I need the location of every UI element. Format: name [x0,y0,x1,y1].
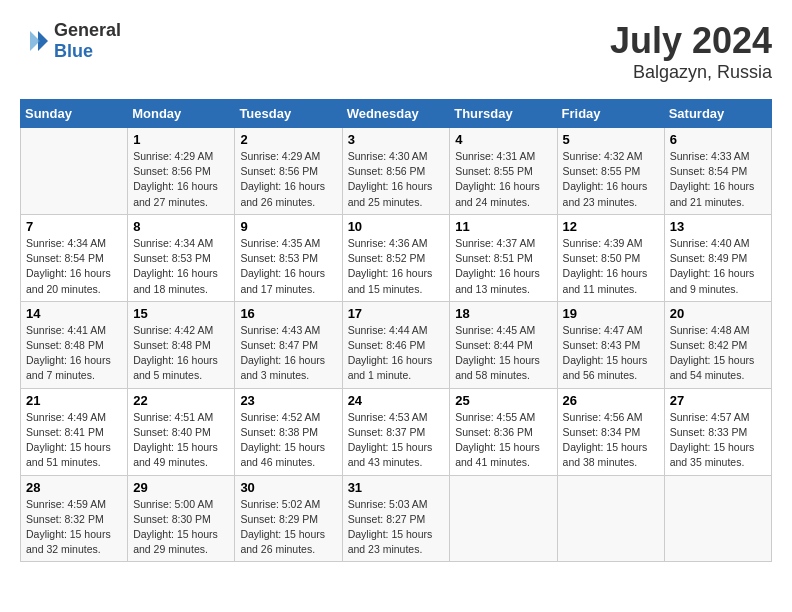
day-number: 20 [670,306,766,321]
day-of-week-header: Saturday [664,100,771,128]
day-info: Sunrise: 4:57 AMSunset: 8:33 PMDaylight:… [670,410,766,471]
calendar-day-cell [21,128,128,215]
month-year-title: July 2024 [610,20,772,62]
day-of-week-header: Sunday [21,100,128,128]
calendar-day-cell: 13Sunrise: 4:40 AMSunset: 8:49 PMDayligh… [664,214,771,301]
calendar-day-cell: 14Sunrise: 4:41 AMSunset: 8:48 PMDayligh… [21,301,128,388]
calendar-day-cell: 6Sunrise: 4:33 AMSunset: 8:54 PMDaylight… [664,128,771,215]
day-number: 12 [563,219,659,234]
calendar-day-cell: 24Sunrise: 4:53 AMSunset: 8:37 PMDayligh… [342,388,450,475]
day-number: 1 [133,132,229,147]
day-info: Sunrise: 4:32 AMSunset: 8:55 PMDaylight:… [563,149,659,210]
day-of-week-header: Tuesday [235,100,342,128]
day-number: 6 [670,132,766,147]
day-number: 5 [563,132,659,147]
day-number: 11 [455,219,551,234]
day-info: Sunrise: 4:35 AMSunset: 8:53 PMDaylight:… [240,236,336,297]
day-info: Sunrise: 4:43 AMSunset: 8:47 PMDaylight:… [240,323,336,384]
day-number: 7 [26,219,122,234]
day-number: 24 [348,393,445,408]
calendar-day-cell [664,475,771,562]
day-info: Sunrise: 4:40 AMSunset: 8:49 PMDaylight:… [670,236,766,297]
day-number: 25 [455,393,551,408]
calendar-table: SundayMondayTuesdayWednesdayThursdayFrid… [20,99,772,562]
day-info: Sunrise: 4:59 AMSunset: 8:32 PMDaylight:… [26,497,122,558]
calendar-day-cell: 1Sunrise: 4:29 AMSunset: 8:56 PMDaylight… [128,128,235,215]
calendar-day-cell: 10Sunrise: 4:36 AMSunset: 8:52 PMDayligh… [342,214,450,301]
day-number: 30 [240,480,336,495]
calendar-header-row: SundayMondayTuesdayWednesdayThursdayFrid… [21,100,772,128]
calendar-day-cell: 28Sunrise: 4:59 AMSunset: 8:32 PMDayligh… [21,475,128,562]
day-number: 4 [455,132,551,147]
day-info: Sunrise: 4:36 AMSunset: 8:52 PMDaylight:… [348,236,445,297]
day-number: 3 [348,132,445,147]
day-number: 31 [348,480,445,495]
day-info: Sunrise: 4:51 AMSunset: 8:40 PMDaylight:… [133,410,229,471]
day-info: Sunrise: 4:37 AMSunset: 8:51 PMDaylight:… [455,236,551,297]
day-number: 10 [348,219,445,234]
calendar-day-cell [450,475,557,562]
calendar-week-row: 1Sunrise: 4:29 AMSunset: 8:56 PMDaylight… [21,128,772,215]
calendar-day-cell: 7Sunrise: 4:34 AMSunset: 8:54 PMDaylight… [21,214,128,301]
day-of-week-header: Wednesday [342,100,450,128]
calendar-day-cell: 12Sunrise: 4:39 AMSunset: 8:50 PMDayligh… [557,214,664,301]
calendar-day-cell: 11Sunrise: 4:37 AMSunset: 8:51 PMDayligh… [450,214,557,301]
day-number: 13 [670,219,766,234]
day-number: 23 [240,393,336,408]
day-info: Sunrise: 4:34 AMSunset: 8:53 PMDaylight:… [133,236,229,297]
day-number: 14 [26,306,122,321]
calendar-week-row: 21Sunrise: 4:49 AMSunset: 8:41 PMDayligh… [21,388,772,475]
day-info: Sunrise: 4:52 AMSunset: 8:38 PMDaylight:… [240,410,336,471]
day-info: Sunrise: 4:45 AMSunset: 8:44 PMDaylight:… [455,323,551,384]
day-info: Sunrise: 5:02 AMSunset: 8:29 PMDaylight:… [240,497,336,558]
day-of-week-header: Friday [557,100,664,128]
day-number: 16 [240,306,336,321]
day-number: 2 [240,132,336,147]
day-number: 18 [455,306,551,321]
calendar-day-cell: 5Sunrise: 4:32 AMSunset: 8:55 PMDaylight… [557,128,664,215]
logo-icon [20,29,50,53]
calendar-day-cell: 19Sunrise: 4:47 AMSunset: 8:43 PMDayligh… [557,301,664,388]
day-number: 21 [26,393,122,408]
page-header: General Blue July 2024 Balgazyn, Russia [20,20,772,83]
calendar-day-cell: 23Sunrise: 4:52 AMSunset: 8:38 PMDayligh… [235,388,342,475]
logo-general: General [54,20,121,40]
calendar-day-cell: 22Sunrise: 4:51 AMSunset: 8:40 PMDayligh… [128,388,235,475]
day-info: Sunrise: 4:33 AMSunset: 8:54 PMDaylight:… [670,149,766,210]
day-number: 22 [133,393,229,408]
day-number: 27 [670,393,766,408]
calendar-day-cell: 16Sunrise: 4:43 AMSunset: 8:47 PMDayligh… [235,301,342,388]
day-number: 8 [133,219,229,234]
calendar-day-cell: 29Sunrise: 5:00 AMSunset: 8:30 PMDayligh… [128,475,235,562]
calendar-day-cell [557,475,664,562]
day-info: Sunrise: 4:41 AMSunset: 8:48 PMDaylight:… [26,323,122,384]
day-info: Sunrise: 4:48 AMSunset: 8:42 PMDaylight:… [670,323,766,384]
day-number: 29 [133,480,229,495]
day-info: Sunrise: 4:39 AMSunset: 8:50 PMDaylight:… [563,236,659,297]
calendar-day-cell: 4Sunrise: 4:31 AMSunset: 8:55 PMDaylight… [450,128,557,215]
calendar-day-cell: 25Sunrise: 4:55 AMSunset: 8:36 PMDayligh… [450,388,557,475]
day-info: Sunrise: 4:30 AMSunset: 8:56 PMDaylight:… [348,149,445,210]
day-number: 19 [563,306,659,321]
day-info: Sunrise: 4:44 AMSunset: 8:46 PMDaylight:… [348,323,445,384]
calendar-day-cell: 21Sunrise: 4:49 AMSunset: 8:41 PMDayligh… [21,388,128,475]
calendar-day-cell: 31Sunrise: 5:03 AMSunset: 8:27 PMDayligh… [342,475,450,562]
day-number: 9 [240,219,336,234]
day-info: Sunrise: 4:31 AMSunset: 8:55 PMDaylight:… [455,149,551,210]
calendar-day-cell: 18Sunrise: 4:45 AMSunset: 8:44 PMDayligh… [450,301,557,388]
day-info: Sunrise: 4:47 AMSunset: 8:43 PMDaylight:… [563,323,659,384]
calendar-day-cell: 20Sunrise: 4:48 AMSunset: 8:42 PMDayligh… [664,301,771,388]
day-info: Sunrise: 4:55 AMSunset: 8:36 PMDaylight:… [455,410,551,471]
day-info: Sunrise: 5:03 AMSunset: 8:27 PMDaylight:… [348,497,445,558]
calendar-day-cell: 8Sunrise: 4:34 AMSunset: 8:53 PMDaylight… [128,214,235,301]
day-number: 15 [133,306,229,321]
calendar-day-cell: 3Sunrise: 4:30 AMSunset: 8:56 PMDaylight… [342,128,450,215]
day-number: 17 [348,306,445,321]
logo-text: General Blue [54,20,121,62]
calendar-week-row: 7Sunrise: 4:34 AMSunset: 8:54 PMDaylight… [21,214,772,301]
day-info: Sunrise: 4:49 AMSunset: 8:41 PMDaylight:… [26,410,122,471]
logo: General Blue [20,20,121,62]
day-of-week-header: Monday [128,100,235,128]
day-info: Sunrise: 4:34 AMSunset: 8:54 PMDaylight:… [26,236,122,297]
calendar-day-cell: 17Sunrise: 4:44 AMSunset: 8:46 PMDayligh… [342,301,450,388]
